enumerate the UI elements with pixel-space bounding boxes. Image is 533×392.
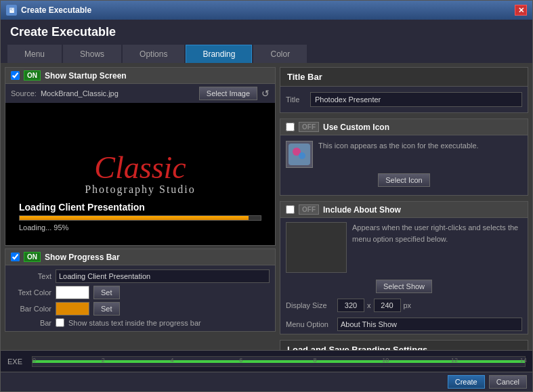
custom-icon-toggle[interactable]: OFF (299, 122, 319, 132)
marker-12: 12 (451, 357, 458, 364)
loading-text: Loading Client Presentation (19, 202, 261, 213)
icon-description: This icon appears as the icon for the ex… (318, 141, 522, 151)
menu-option-input[interactable] (337, 318, 522, 331)
bar-color-row: Bar Color Set (11, 302, 270, 315)
about-section: OFF Include About Show Appears when the … (280, 201, 528, 334)
source-value: MockBrand_Classic.jpg (41, 89, 195, 97)
title-label: Title (286, 95, 306, 104)
set-bar-color-button[interactable]: Set (93, 302, 120, 315)
progress-toggle[interactable]: ON (24, 252, 41, 262)
page-title: Create Executable (1, 20, 532, 45)
select-icon-row: Select Icon (286, 171, 522, 190)
select-image-button[interactable]: Select Image (199, 87, 257, 100)
progress-checkbox[interactable] (11, 253, 20, 261)
custom-icon-checkbox[interactable] (286, 123, 295, 131)
tab-bar: Menu Shows Options Branding Color (1, 45, 532, 63)
progress-title: Show Progress Bar (45, 253, 120, 262)
text-color-row: Text Color Set (11, 286, 270, 299)
progress-header: ON Show Progress Bar (5, 249, 275, 265)
create-button[interactable]: Create (448, 375, 485, 389)
tab-menu[interactable]: Menu (7, 45, 62, 63)
bar-status-checkbox[interactable] (56, 318, 64, 327)
window-title-bar: 🖥 Create Executable ✕ (1, 1, 532, 20)
startup-title: Show Startup Screen (45, 71, 127, 81)
title-bar-section: Title Bar Title (280, 67, 528, 113)
custom-icon-content: This icon appears as the icon for the ex… (280, 135, 528, 195)
progress-section: ON Show Progress Bar Text Text Color Set… (5, 248, 276, 332)
left-panel: ON Show Startup Screen Source: MockBrand… (5, 67, 276, 346)
marker-8: 8 (313, 357, 316, 364)
marker-6: 6 (239, 357, 242, 364)
custom-icon-title: Use Custom Icon (323, 123, 389, 132)
about-title: Include About Show (323, 205, 401, 215)
text-input[interactable] (56, 269, 270, 283)
title-bar-content: Title (280, 87, 528, 112)
bar-check-label: Show status text inside the progress bar (68, 319, 201, 327)
select-show-row: Select Show (280, 277, 528, 296)
x-separator: x (367, 301, 371, 309)
marker-0: 0 (33, 357, 36, 364)
bar-row-label: Bar (11, 319, 51, 327)
title-value-input[interactable] (310, 92, 522, 107)
menu-option-row: Menu Option (280, 315, 528, 334)
brand-section: Load and Save Branding Settings Load Bra… (280, 340, 528, 350)
startup-section: ON Show Startup Screen Source: MockBrand… (5, 67, 276, 246)
tab-branding[interactable]: Branding (186, 45, 252, 63)
cancel-button[interactable]: Cancel (489, 375, 527, 389)
exe-label: EXE (7, 357, 28, 366)
tab-shows[interactable]: Shows (63, 45, 121, 63)
progress-bar-outer (19, 215, 261, 221)
icon-row: This icon appears as the icon for the ex… (286, 141, 522, 168)
about-header: OFF Include About Show (280, 202, 528, 218)
px-label: px (404, 301, 412, 309)
startup-toggle[interactable]: ON (24, 70, 41, 81)
timeline-markers: 0 2 4 6 8 10 12 14 (33, 357, 525, 366)
bottom-bar: Create Cancel (1, 372, 532, 391)
marker-4: 4 (171, 357, 174, 364)
preview-subtitle: Photography Studio (85, 183, 196, 196)
marker-14: 14 (520, 357, 527, 364)
tab-options[interactable]: Options (123, 45, 184, 63)
undo-icon[interactable]: ↺ (261, 88, 270, 99)
display-size-label: Display Size (286, 301, 335, 309)
display-size-row: Display Size x px (280, 296, 528, 315)
svg-point-2 (299, 152, 305, 159)
startup-checkbox[interactable] (11, 71, 20, 80)
preview-title: Classic (85, 152, 196, 183)
icon-preview (286, 141, 313, 168)
text-color-swatch[interactable] (56, 286, 89, 299)
about-toggle[interactable]: OFF (299, 204, 319, 215)
custom-icon-section: OFF Use Custom Icon This icon appears as… (280, 118, 528, 196)
source-row: Source: MockBrand_Classic.jpg Select Ima… (5, 84, 275, 103)
progress-settings: Text Text Color Set Bar Color Set B (5, 265, 275, 331)
marker-2: 2 (102, 357, 105, 364)
marker-10: 10 (382, 357, 389, 364)
timeline-bar: EXE 0 2 4 6 8 10 12 14 (1, 350, 532, 372)
bar-color-swatch[interactable] (56, 302, 89, 315)
text-color-label: Text Color (11, 288, 51, 297)
display-height-input[interactable] (374, 299, 401, 312)
text-row: Text (11, 269, 270, 283)
bar-checkbox-row: Bar Show status text inside the progress… (11, 318, 270, 327)
timeline-track[interactable]: 0 2 4 6 8 10 12 14 (32, 356, 526, 367)
tab-color[interactable]: Color (253, 45, 307, 63)
set-text-color-button[interactable]: Set (93, 286, 120, 299)
menu-option-label: Menu Option (286, 320, 335, 328)
main-content: ON Show Startup Screen Source: MockBrand… (1, 63, 532, 350)
window-title-text: Create Executable (21, 5, 91, 15)
right-panel: Title Bar Title OFF Use Custom Icon (280, 67, 528, 346)
select-show-button[interactable]: Select Show (376, 280, 432, 293)
title-bar-heading: Title Bar (280, 68, 528, 87)
bar-color-label: Bar Color (11, 305, 51, 313)
about-preview (286, 222, 347, 273)
window-icon: 🖥 (6, 5, 17, 16)
select-icon-button[interactable]: Select Icon (378, 173, 429, 187)
close-button[interactable]: ✕ (515, 5, 527, 16)
display-width-input[interactable] (337, 299, 364, 312)
loading-pct: Loading... 95% (19, 223, 261, 232)
text-label: Text (11, 272, 51, 280)
source-label: Source: (11, 89, 37, 97)
loading-section: Loading Client Presentation Loading... 9… (19, 202, 261, 232)
about-checkbox[interactable] (286, 205, 295, 214)
about-content: Appears when the user right-clicks and s… (280, 218, 528, 277)
